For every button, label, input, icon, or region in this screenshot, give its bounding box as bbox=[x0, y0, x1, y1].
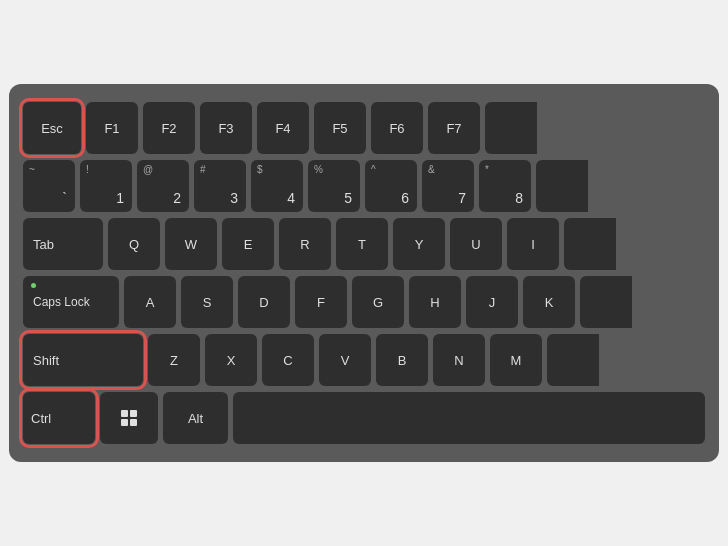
key-a[interactable]: A bbox=[124, 276, 176, 328]
key-b[interactable]: B bbox=[376, 334, 428, 386]
key-f5-label: F5 bbox=[332, 121, 347, 136]
key-c[interactable]: C bbox=[262, 334, 314, 386]
key-f7-label: F7 bbox=[446, 121, 461, 136]
key-f6-label: F6 bbox=[389, 121, 404, 136]
key-e[interactable]: E bbox=[222, 218, 274, 270]
bottom-row: Ctrl Alt bbox=[23, 392, 705, 444]
key-f1-label: F1 bbox=[104, 121, 119, 136]
key-ctrl-label: Ctrl bbox=[31, 411, 51, 426]
key-8[interactable]: * 8 bbox=[479, 160, 531, 212]
key-caps-lock[interactable]: Caps Lock bbox=[23, 276, 119, 328]
key-alt[interactable]: Alt bbox=[163, 392, 228, 444]
key-r[interactable]: R bbox=[279, 218, 331, 270]
key-u[interactable]: U bbox=[450, 218, 502, 270]
key-esc[interactable]: Esc bbox=[23, 102, 81, 154]
key-1[interactable]: ! 1 bbox=[80, 160, 132, 212]
key-l-partial bbox=[580, 276, 632, 328]
key-f-key[interactable]: F bbox=[295, 276, 347, 328]
key-comma-partial bbox=[547, 334, 599, 386]
key-f7[interactable]: F7 bbox=[428, 102, 480, 154]
key-v[interactable]: V bbox=[319, 334, 371, 386]
key-d[interactable]: D bbox=[238, 276, 290, 328]
key-alt-label: Alt bbox=[188, 411, 203, 426]
key-q[interactable]: Q bbox=[108, 218, 160, 270]
key-f4-label: F4 bbox=[275, 121, 290, 136]
key-3[interactable]: # 3 bbox=[194, 160, 246, 212]
number-row: ~ ` ! 1 @ 2 # 3 $ 4 % 5 ^ 6 & 7 bbox=[23, 160, 705, 212]
key-9-partial bbox=[536, 160, 588, 212]
key-2[interactable]: @ 2 bbox=[137, 160, 189, 212]
key-f6[interactable]: F6 bbox=[371, 102, 423, 154]
key-o-partial bbox=[564, 218, 616, 270]
key-x[interactable]: X bbox=[205, 334, 257, 386]
key-j[interactable]: J bbox=[466, 276, 518, 328]
key-f3-label: F3 bbox=[218, 121, 233, 136]
key-n[interactable]: N bbox=[433, 334, 485, 386]
key-7[interactable]: & 7 bbox=[422, 160, 474, 212]
key-h[interactable]: H bbox=[409, 276, 461, 328]
key-f2[interactable]: F2 bbox=[143, 102, 195, 154]
key-f4[interactable]: F4 bbox=[257, 102, 309, 154]
key-g[interactable]: G bbox=[352, 276, 404, 328]
key-tab[interactable]: Tab bbox=[23, 218, 103, 270]
fn-row: Esc F1 F2 F3 F4 F5 F6 F7 bbox=[23, 102, 705, 154]
caps-lock-indicator bbox=[31, 283, 36, 288]
key-t[interactable]: T bbox=[336, 218, 388, 270]
key-m[interactable]: M bbox=[490, 334, 542, 386]
key-f5[interactable]: F5 bbox=[314, 102, 366, 154]
key-k[interactable]: K bbox=[523, 276, 575, 328]
key-tab-label: Tab bbox=[33, 237, 54, 252]
key-6[interactable]: ^ 6 bbox=[365, 160, 417, 212]
key-f8-partial bbox=[485, 102, 537, 154]
key-5[interactable]: % 5 bbox=[308, 160, 360, 212]
zxcv-row: Shift Z X C V B N M bbox=[23, 334, 705, 386]
key-shift[interactable]: Shift bbox=[23, 334, 143, 386]
key-s[interactable]: S bbox=[181, 276, 233, 328]
keyboard: Esc F1 F2 F3 F4 F5 F6 F7 ~ ` ! bbox=[9, 84, 719, 462]
key-win[interactable] bbox=[100, 392, 158, 444]
key-f2-label: F2 bbox=[161, 121, 176, 136]
key-esc-label: Esc bbox=[41, 121, 63, 136]
key-f1[interactable]: F1 bbox=[86, 102, 138, 154]
key-z[interactable]: Z bbox=[148, 334, 200, 386]
key-f3[interactable]: F3 bbox=[200, 102, 252, 154]
key-w[interactable]: W bbox=[165, 218, 217, 270]
asdf-row: Caps Lock A S D F G H J K bbox=[23, 276, 705, 328]
key-space[interactable] bbox=[233, 392, 705, 444]
key-shift-label: Shift bbox=[33, 353, 59, 368]
key-tilde[interactable]: ~ ` bbox=[23, 160, 75, 212]
key-i[interactable]: I bbox=[507, 218, 559, 270]
windows-icon bbox=[121, 410, 137, 426]
key-y[interactable]: Y bbox=[393, 218, 445, 270]
key-caps-label: Caps Lock bbox=[33, 295, 90, 309]
key-ctrl[interactable]: Ctrl bbox=[23, 392, 95, 444]
qwerty-row: Tab Q W E R T Y U I bbox=[23, 218, 705, 270]
key-4[interactable]: $ 4 bbox=[251, 160, 303, 212]
